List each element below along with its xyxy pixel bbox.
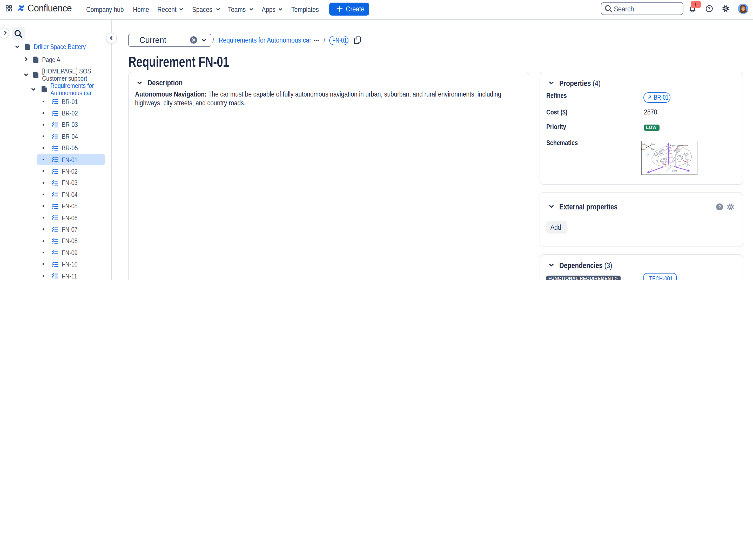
svg-text:?: ?: [708, 6, 710, 11]
svg-text:z: z: [670, 143, 671, 146]
svg-text:Left: Left: [642, 143, 645, 145]
svg-text:Cylinder Block: Cylinder Block: [675, 144, 688, 147]
svg-text:Rear: Rear: [651, 143, 655, 145]
svg-text:M: M: [682, 160, 684, 161]
svg-text:Front: Front: [641, 148, 645, 150]
svg-text:Right: Right: [651, 148, 655, 150]
svg-text:(x,y,z): (x,y,z): [672, 169, 676, 172]
svg-text:M: M: [663, 163, 664, 164]
svg-text:?: ?: [718, 204, 721, 209]
